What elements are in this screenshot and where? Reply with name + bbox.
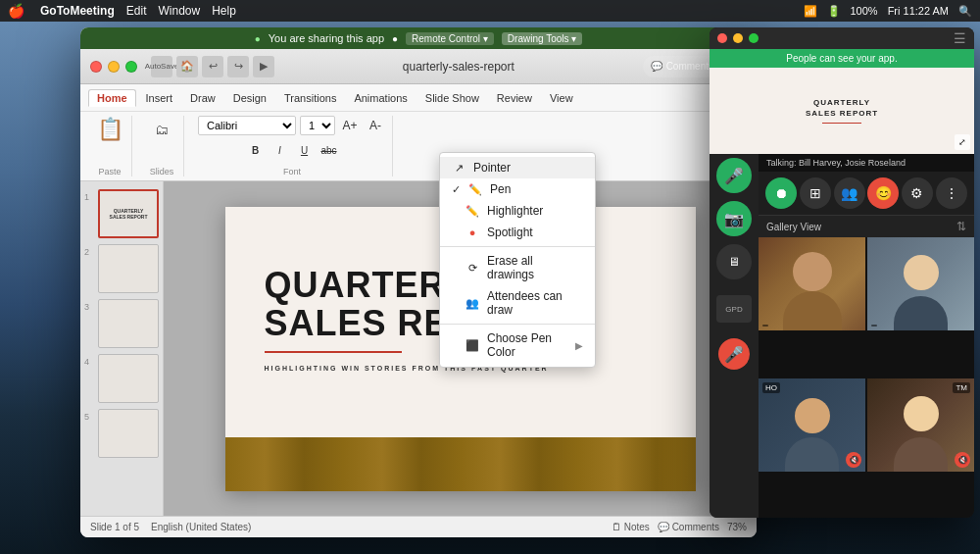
undo-icon[interactable]: ↩ bbox=[202, 56, 223, 77]
sharing-bar: ● You are sharing this app ● Remote Cont… bbox=[80, 27, 757, 49]
dropdown-highlighter[interactable]: ✏️ Highlighter bbox=[440, 200, 595, 222]
traffic-lights bbox=[90, 61, 137, 73]
help-menu[interactable]: Help bbox=[212, 4, 236, 18]
bold-button[interactable]: B bbox=[245, 141, 267, 159]
window-menu[interactable]: Window bbox=[158, 4, 200, 18]
paste-group: 📋 Paste bbox=[88, 116, 132, 176]
gtm-record-button[interactable]: ⏺ bbox=[765, 177, 797, 209]
present-icon[interactable]: ▶ bbox=[253, 56, 274, 77]
sharing-dot2: ● bbox=[392, 33, 398, 44]
highlighter-icon: ✏️ bbox=[466, 204, 479, 218]
erase-icon: ⟳ bbox=[466, 261, 479, 275]
home-icon[interactable]: 🏠 bbox=[176, 56, 198, 77]
tab-review[interactable]: Review bbox=[489, 90, 540, 106]
font-size-select[interactable]: 18 bbox=[300, 116, 335, 135]
comments-status-button[interactable]: 💬 Comments bbox=[658, 522, 719, 532]
paste-button[interactable]: 📋 bbox=[94, 116, 125, 143]
gtm-mic-button[interactable]: 🎤 bbox=[716, 158, 752, 193]
gtm-expand-button[interactable]: ⤢ bbox=[955, 134, 970, 150]
dropdown-spotlight[interactable]: ● Spotlight bbox=[440, 222, 595, 243]
edit-menu[interactable]: Edit bbox=[126, 4, 147, 18]
slide-num-5: 5 bbox=[84, 409, 94, 422]
redo-icon[interactable]: ↪ bbox=[227, 56, 249, 77]
close-button[interactable] bbox=[90, 61, 102, 73]
strikethrough-button[interactable]: abc bbox=[318, 141, 340, 159]
pen-color-label: Choose Pen Color bbox=[487, 331, 567, 359]
slide-thumb-3[interactable]: 3 bbox=[84, 299, 159, 348]
status-bar: Slide 1 of 5 English (United States) 🗒 N… bbox=[80, 516, 757, 537]
tab-home[interactable]: Home bbox=[88, 89, 136, 107]
autosave-toggle[interactable]: AutoSave bbox=[151, 56, 172, 77]
font-increase-button[interactable]: A+ bbox=[339, 117, 361, 134]
slides-label: Slides bbox=[150, 167, 174, 176]
drawing-tools-label: Drawing Tools ▾ bbox=[508, 33, 576, 44]
dropdown-pointer[interactable]: ↗ Pointer bbox=[440, 157, 595, 178]
search-icon[interactable]: 🔍 bbox=[958, 5, 972, 18]
strikethrough-label: abc bbox=[320, 145, 336, 156]
gtm-gallery-sort-icon[interactable]: ⇅ bbox=[956, 220, 966, 233]
font-group: Calibri 18 A+ A- B I U abc Font bbox=[192, 116, 393, 176]
maximize-button[interactable] bbox=[125, 61, 137, 73]
gtm-panel: ☰ People can see your app. QUARTERLYSALE… bbox=[710, 27, 974, 518]
gtm-settings-button[interactable]: ⚙ bbox=[902, 177, 933, 209]
gtm-left-controls: 🎤 📷 🖥 GPD 🎤 bbox=[710, 154, 759, 518]
tab-animations[interactable]: Animations bbox=[346, 90, 415, 106]
font-family-select[interactable]: Calibri bbox=[198, 116, 296, 135]
gtm-gallery-header: Gallery View ⇅ bbox=[759, 216, 974, 237]
autosave-label: AutoSave bbox=[145, 62, 179, 71]
gtm-grid-button[interactable]: ⊞ bbox=[800, 177, 831, 209]
video-cell-3: HO 🔇 bbox=[759, 378, 865, 472]
gtm-more-button[interactable]: ⋮ bbox=[936, 177, 967, 209]
app-menu[interactable]: GoToMeeting bbox=[40, 4, 115, 18]
notes-button[interactable]: 🗒 Notes bbox=[612, 522, 650, 532]
italic-button[interactable]: I bbox=[270, 141, 291, 159]
slide-thumb-5[interactable]: 5 bbox=[84, 409, 159, 458]
gtm-maximize-button[interactable] bbox=[749, 33, 759, 43]
gtm-camera-button[interactable]: 📷 bbox=[716, 201, 752, 236]
font-decrease-button[interactable]: A- bbox=[365, 117, 386, 134]
highlighter-label: Highlighter bbox=[487, 204, 543, 218]
video-cell-4: TM 🔇 bbox=[867, 378, 974, 472]
slide-preview-5[interactable] bbox=[98, 409, 159, 458]
tab-design[interactable]: Design bbox=[225, 90, 274, 106]
slide-preview-3[interactable] bbox=[98, 299, 159, 348]
tab-draw[interactable]: Draw bbox=[182, 90, 223, 106]
tab-insert[interactable]: Insert bbox=[138, 90, 181, 106]
new-slide-button[interactable]: 🗂 bbox=[146, 116, 177, 143]
video-label-1 bbox=[762, 325, 768, 327]
gtm-main-area: Talking: Bill Harvey, Josie Roseland ⏺ ⊞… bbox=[759, 154, 974, 518]
minimize-button[interactable] bbox=[108, 61, 120, 73]
gtm-minimize-button[interactable] bbox=[733, 33, 743, 43]
gtm-gpd-label: GPD bbox=[725, 305, 742, 314]
slide-thumb-4[interactable]: 4 bbox=[84, 354, 159, 403]
dropdown-attendees-draw[interactable]: 👥 Attendees can draw bbox=[440, 285, 595, 321]
drawing-tools-tab[interactable]: Drawing Tools ▾ bbox=[502, 32, 582, 45]
gtm-mute-button[interactable]: 🎤 bbox=[718, 338, 750, 370]
gtm-emoji-button[interactable]: 😊 bbox=[867, 177, 899, 209]
tab-view[interactable]: View bbox=[542, 90, 581, 106]
dropdown-pen[interactable]: ✓ ✏️ Pen bbox=[440, 178, 595, 200]
gtm-people-button[interactable]: 👥 bbox=[834, 177, 865, 209]
remote-control-tab[interactable]: Remote Control ▾ bbox=[406, 32, 494, 45]
slide-thumb-2[interactable]: 2 bbox=[84, 244, 159, 293]
gtm-banner-text: People can see your app. bbox=[786, 53, 897, 64]
dropdown-pen-color[interactable]: ⬛ Choose Pen Color ▶ bbox=[440, 327, 595, 363]
gtm-screen-button[interactable]: 🖥 bbox=[716, 244, 752, 279]
tab-slideshow[interactable]: Slide Show bbox=[417, 90, 487, 106]
zoom-level: 73% bbox=[727, 522, 747, 532]
sharing-text: You are sharing this app bbox=[269, 32, 384, 44]
slide-preview-1[interactable]: QUARTERLYSALES REPORT bbox=[98, 189, 159, 238]
gtm-gpd-button[interactable]: GPD bbox=[716, 295, 752, 323]
gtm-close-button[interactable] bbox=[717, 33, 727, 43]
gtm-menu-icon[interactable]: ☰ bbox=[954, 30, 966, 46]
dropdown-erase[interactable]: ⟳ Erase all drawings bbox=[440, 250, 595, 285]
slide-preview-4[interactable] bbox=[98, 354, 159, 403]
tab-transitions[interactable]: Transitions bbox=[276, 90, 344, 106]
slide-thumb-1[interactable]: 1 QUARTERLYSALES REPORT bbox=[84, 189, 159, 238]
ribbon-content: 📋 Paste 🗂 Slides Calibri 18 A+ A- bbox=[80, 112, 757, 180]
slide-panel: 1 QUARTERLYSALES REPORT 2 3 4 5 bbox=[80, 181, 164, 516]
slide-preview-2[interactable] bbox=[98, 244, 159, 293]
underline-button[interactable]: U bbox=[294, 141, 316, 159]
slides-group: 🗂 Slides bbox=[140, 116, 184, 176]
gtm-body: 🎤 📷 🖥 GPD 🎤 Talking: Bill Harvey, Josie … bbox=[710, 154, 974, 518]
